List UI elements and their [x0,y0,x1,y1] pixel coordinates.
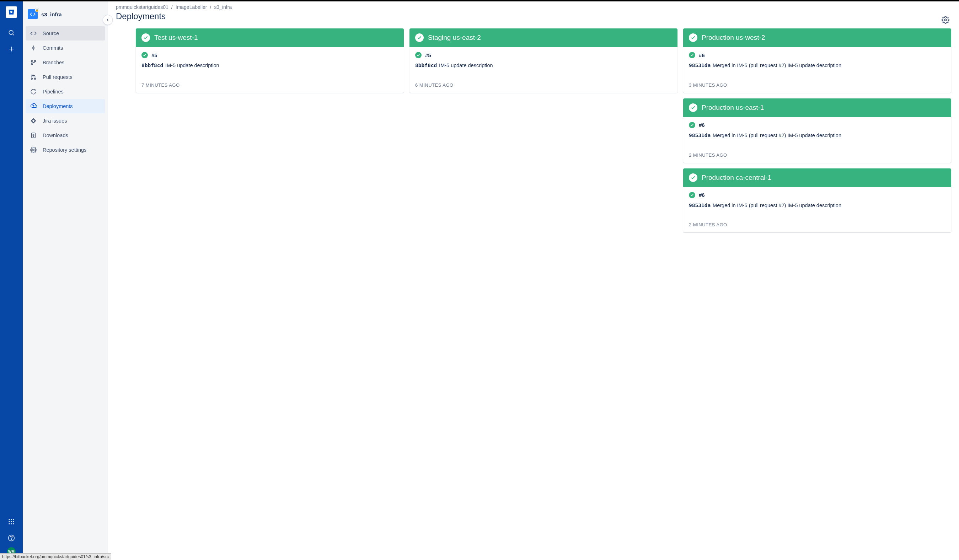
global-nav: WM [0,2,23,560]
commit-hash[interactable]: 8bbf8cd [415,62,437,68]
sidebar-item-pipelines[interactable]: Pipelines [25,84,105,99]
svg-rect-4 [9,519,10,520]
environment-card[interactable]: Test us-west-1#58bbf8cdIM-5 update descr… [136,29,404,93]
repo-header[interactable]: 🔒 s3_infra [23,8,108,26]
environment-header: Test us-west-1 [136,29,404,47]
svg-rect-9 [13,521,14,522]
sidebar-item-label: Deployments [43,103,73,109]
sidebar-item-label: Source [43,30,59,36]
pullrequest-icon [29,74,38,80]
build-success-icon [415,52,422,58]
sidebar-item-label: Branches [43,60,64,65]
jira-icon [29,118,38,124]
bitbucket-logo[interactable] [6,6,17,18]
breadcrumb-item[interactable]: s3_infra [214,4,232,10]
pipeline-icon [29,89,38,95]
status-bar: https://bitbucket.org/pmmquickstartguide… [0,553,111,560]
repo-name: s3_infra [41,11,62,18]
build-success-icon [689,52,695,58]
svg-rect-10 [9,523,10,525]
breadcrumb-item[interactable]: ImageLabeller [175,4,207,10]
svg-rect-5 [11,519,12,520]
sidebar-item-pull-requests[interactable]: Pull requests [25,70,105,84]
build-number[interactable]: #5 [151,52,158,58]
build-success-icon [689,122,695,128]
svg-point-14 [11,539,12,540]
deployment-time: 2 MINUTES AGO [689,221,946,231]
sidebar-item-source[interactable]: Source [25,26,105,40]
environment-card[interactable]: Production us-east-1#698531daMerged in I… [683,99,951,163]
success-check-icon [689,173,698,182]
environment-card[interactable]: Staging us-east-2#58bbf8cdIM-5 update de… [409,29,677,93]
commit-hash[interactable]: 98531da [689,202,710,208]
svg-point-18 [31,60,33,62]
sidebar-item-label: Downloads [43,132,68,138]
environment-card[interactable]: Production ca-central-1#698531daMerged i… [683,169,951,233]
build-success-icon [142,52,148,58]
success-check-icon [142,33,150,42]
commit-hash[interactable]: 8bbf8cd [142,62,163,68]
breadcrumb-item[interactable]: pmmquickstartguides01 [116,4,169,10]
commit-message: 8bbf8cdIM-5 update description [415,62,672,70]
environment-body: #698531daMerged in IM-5 (pull request #2… [683,187,951,233]
page-settings-button[interactable] [940,14,951,25]
commit-hash[interactable]: 98531da [689,132,710,138]
commit-message: 8bbf8cdIM-5 update description [142,62,398,70]
sidebar-item-label: Commits [43,45,63,51]
search-icon[interactable] [4,25,19,40]
environment-body: #698531daMerged in IM-5 (pull request #2… [683,117,951,163]
help-icon[interactable] [4,531,19,545]
lock-icon: 🔒 [35,8,39,12]
build-number[interactable]: #6 [699,122,705,128]
commit-message: 98531daMerged in IM-5 (pull request #2) … [689,132,946,140]
success-check-icon [415,33,424,42]
svg-point-0 [9,30,13,35]
build-number[interactable]: #5 [425,52,431,58]
sidebar-item-deployments[interactable]: Deployments [25,99,105,113]
deploy-icon [29,103,38,110]
environment-card[interactable]: Production us-west-2#698531daMerged in I… [683,29,951,93]
repo-avatar: 🔒 [28,9,38,19]
commit-message: 98531daMerged in IM-5 (pull request #2) … [689,62,946,70]
sidebar-item-repository-settings[interactable]: Repository settings [25,143,105,157]
build-number[interactable]: #6 [699,192,705,198]
build-number[interactable]: #6 [699,52,705,58]
environment-header: Staging us-east-2 [409,29,677,47]
deployment-time: 6 MINUTES AGO [415,81,672,91]
sidebar-item-label: Repository settings [43,147,86,153]
page-title: Deployments [116,11,166,21]
sidebar-item-label: Jira issues [43,118,67,124]
sidebar-item-downloads[interactable]: Downloads [25,128,105,143]
sidebar-item-branches[interactable]: Branches [25,56,105,70]
deployment-time: 7 MINUTES AGO [142,81,398,91]
svg-rect-12 [13,523,14,525]
success-check-icon [689,103,698,112]
svg-rect-11 [11,523,12,525]
svg-rect-6 [13,519,14,520]
sidebar-item-label: Pull requests [43,74,73,80]
breadcrumb-separator: / [171,4,173,10]
environment-header: Production ca-central-1 [683,169,951,187]
sidebar-item-label: Pipelines [43,89,64,94]
environment-body: #698531daMerged in IM-5 (pull request #2… [683,47,951,93]
commit-hash[interactable]: 98531da [689,62,710,68]
svg-rect-8 [11,521,12,522]
svg-line-1 [13,34,14,35]
settings-icon [29,147,38,153]
create-icon[interactable] [4,42,19,56]
commit-icon [29,45,38,51]
svg-point-28 [945,19,946,21]
breadcrumb-separator: / [210,4,211,10]
download-icon [29,132,38,138]
environment-name: Test us-west-1 [154,34,198,41]
app-switcher-icon[interactable] [4,514,19,529]
environment-name: Production ca-central-1 [702,174,771,181]
svg-point-21 [31,75,33,76]
environment-body: #58bbf8cdIM-5 update description7 MINUTE… [136,47,404,93]
environment-body: #58bbf8cdIM-5 update description6 MINUTE… [409,47,677,93]
sidebar-item-jira-issues[interactable]: Jira issues [25,114,105,128]
sidebar: 🔒 s3_infra SourceCommitsBranchesPull req… [23,2,108,560]
svg-point-15 [33,47,35,49]
sidebar-item-commits[interactable]: Commits [25,41,105,55]
deployment-time: 2 MINUTES AGO [689,151,946,161]
